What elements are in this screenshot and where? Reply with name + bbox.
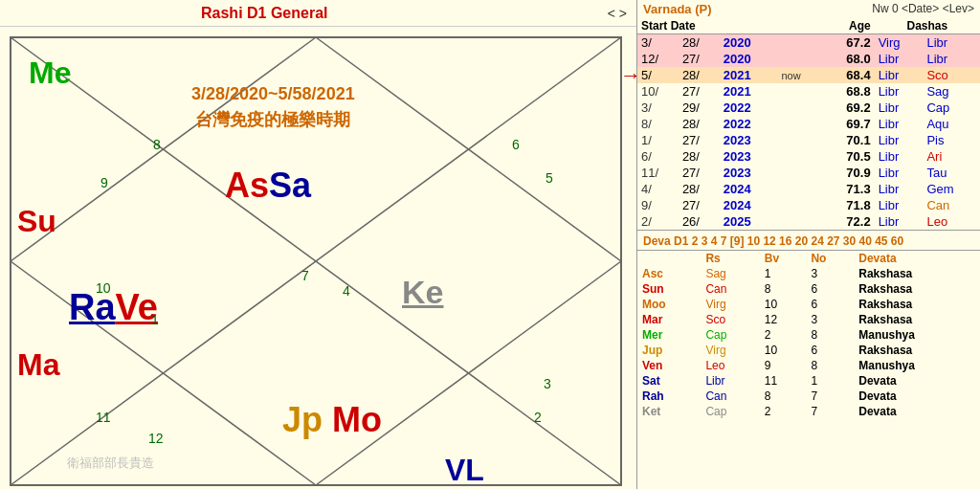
deva-rs: Libr: [701, 373, 759, 389]
deva-no: 1: [806, 373, 854, 389]
deva-row: JupVirg106Rakshasa: [637, 343, 980, 358]
deva-no: 6: [806, 343, 854, 358]
num-9: 9: [100, 175, 108, 190]
varnada-year: 2022: [720, 100, 778, 116]
varnada-age: 70.9: [822, 165, 875, 181]
varnada-title: Varnada (P): [643, 2, 712, 16]
deva-row: MarSco123Rakshasa: [637, 312, 980, 327]
varnada-now: [778, 148, 822, 165]
deva-bv: 2: [760, 327, 807, 343]
varnada-now: [778, 181, 822, 197]
num-12: 12: [148, 431, 164, 446]
varnada-age: 69.7: [822, 116, 875, 132]
varnada-month: 1/: [637, 132, 679, 148]
varnada-month: 9/: [637, 197, 679, 213]
varnada-dasha1: Libr: [875, 148, 924, 165]
deva-no: 8: [806, 327, 854, 343]
deva-bv: 1: [760, 266, 807, 281]
varnada-now: [778, 213, 822, 230]
varnada-age: 72.2: [822, 213, 875, 230]
chart-area: Rashi D1 General < > Me Su 3/28/2020~5/5…: [0, 0, 636, 489]
num-2: 2: [534, 410, 542, 425]
deva-bv: 12: [760, 312, 807, 327]
varnada-age: 69.2: [822, 100, 875, 116]
deva-bv: 2: [760, 404, 807, 419]
chart-title: Rashi D1 General: [201, 5, 328, 22]
varnada-day: 28/: [679, 181, 720, 197]
varnada-day: 28/: [679, 34, 720, 52]
watermark: 衛福部部長貴造: [67, 455, 154, 472]
num-1: 1: [151, 312, 159, 327]
deva-bv: 8: [760, 389, 807, 404]
varnada-day: 27/: [679, 197, 720, 213]
deva-no: 7: [806, 404, 854, 419]
varnada-day: 27/: [679, 83, 720, 100]
deva-rs: Leo: [701, 358, 759, 373]
varnada-now: [778, 132, 822, 148]
varnada-row: 9/27/202471.8LibrCan: [637, 197, 980, 213]
right-panel: Varnada (P) Nw 0 <Date> <Lev> Start Date…: [636, 0, 980, 489]
varnada-row: 3/28/202067.2VirgLibr: [637, 34, 980, 52]
varnada-dasha2: Leo: [923, 213, 980, 230]
deva-tbody: AscSag13RakshasaSunCan86RakshasaMooVirg1…: [637, 266, 980, 419]
annotation: 3/28/2020~5/58/2021 台灣免疫的極樂時期: [191, 84, 355, 131]
deva-devata: Manushya: [854, 327, 980, 343]
deva-body: Mer: [637, 327, 701, 343]
deva-bv: 11: [760, 373, 807, 389]
varnada-now: [778, 83, 822, 100]
nav-arrows[interactable]: < >: [608, 6, 627, 21]
deva-bv: 10: [760, 297, 807, 312]
deva-no: 3: [806, 312, 854, 327]
varnada-dasha1: Libr: [875, 67, 924, 83]
deva-row: VenLeo98Manushya: [637, 358, 980, 373]
num-7: 7: [301, 268, 309, 283]
varnada-day: 27/: [679, 51, 720, 67]
varnada-dasha1: Libr: [875, 181, 924, 197]
varnada-year: 2021: [720, 67, 778, 83]
varnada-now: [778, 34, 822, 52]
varnada-month: 8/: [637, 116, 679, 132]
deva-no: 3: [806, 266, 854, 281]
deva-body: Ven: [637, 358, 701, 373]
deva-devata: Rakshasa: [854, 343, 980, 358]
varnada-month: 6/: [637, 148, 679, 165]
deva-devata: Manushya: [854, 358, 980, 373]
deva-rs: Can: [701, 281, 759, 297]
num-3: 3: [544, 376, 551, 391]
deva-bv: 9: [760, 358, 807, 373]
deva-rs: Sag: [701, 266, 759, 281]
num-4: 4: [343, 283, 350, 299]
deva-col-bv: Bv: [760, 251, 807, 266]
deva-section: Deva D1 2 3 4 7 [9] 10 12 16 20 24 27 30…: [637, 231, 980, 419]
varnada-age: 70.1: [822, 132, 875, 148]
varnada-row: 10/27/202168.8LibrSag: [637, 83, 980, 100]
varnada-dasha2: Sco: [923, 67, 980, 83]
deva-body: Rah: [637, 389, 701, 404]
col-dashas: Dashas: [875, 18, 980, 34]
arrow-indicator: →: [620, 63, 641, 88]
deva-no: 6: [806, 281, 854, 297]
varnada-age: 68.8: [822, 83, 875, 100]
num-5: 5: [546, 170, 553, 186]
varnada-day: 28/: [679, 116, 720, 132]
varnada-month: 3/: [637, 100, 679, 116]
varnada-year: 2025: [720, 213, 778, 230]
varnada-year: 2021: [720, 83, 778, 100]
varnada-subheader: Nw 0 <Date> <Lev>: [872, 2, 974, 16]
varnada-dasha2: Sag: [923, 83, 980, 100]
deva-bv: 8: [760, 281, 807, 297]
col-start-date: Start Date: [637, 18, 822, 34]
varnada-header: Varnada (P) Nw 0 <Date> <Lev>: [637, 0, 980, 18]
varnada-dasha2: Gem: [923, 181, 980, 197]
varnada-year: 2020: [720, 34, 778, 52]
varnada-day: 26/: [679, 213, 720, 230]
varnada-row: 4/28/202471.3LibrGem: [637, 181, 980, 197]
deva-rs: Cap: [701, 327, 759, 343]
deva-col-body: [637, 251, 701, 266]
num-10: 10: [96, 280, 111, 296]
varnada-dasha2: Tau: [923, 165, 980, 181]
varnada-dasha1: Libr: [875, 100, 924, 116]
deva-body: Asc: [637, 266, 701, 281]
deva-body: Sun: [637, 281, 701, 297]
deva-devata: Devata: [854, 373, 980, 389]
